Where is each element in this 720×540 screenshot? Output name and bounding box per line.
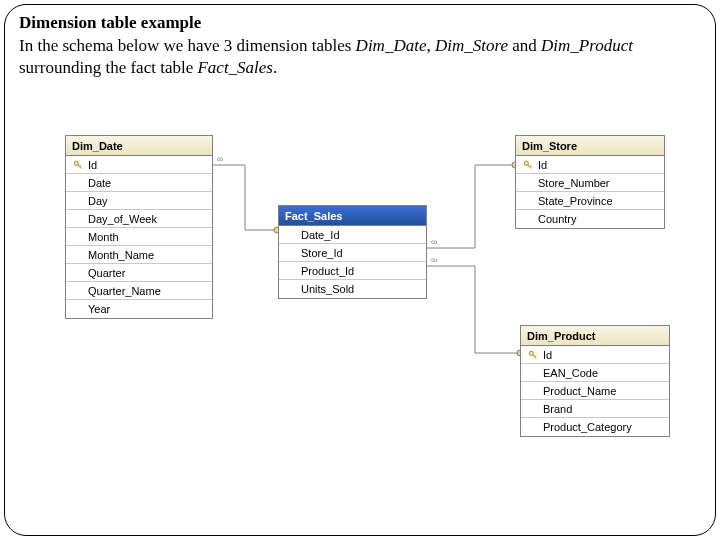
schema-diagram: ∞ ∞ ∞ Dim_Date IdDateDayDay_of_WeekMonth…: [35, 135, 695, 515]
table-dim-date: Dim_Date IdDateDayDay_of_WeekMonthMonth_…: [65, 135, 213, 319]
field-name: Product_Name: [541, 385, 616, 397]
table-fact-sales: Fact_Sales Date_IdStore_IdProduct_IdUnit…: [278, 205, 427, 299]
field-row: Month_Name: [66, 246, 212, 264]
field-name: Date: [86, 177, 111, 189]
table-body: IdDateDayDay_of_WeekMonthMonth_NameQuart…: [66, 156, 212, 318]
field-name: Id: [536, 159, 547, 171]
field-name: Id: [86, 159, 97, 171]
intro-text: In the schema below we have 3 dimension …: [19, 35, 701, 79]
intro-term: Dim_Product: [541, 36, 633, 55]
field-name: Month_Name: [86, 249, 154, 261]
field-row: Id: [66, 156, 212, 174]
field-name: Date_Id: [299, 229, 340, 241]
field-name: Day: [86, 195, 108, 207]
intro-part: surrounding the fact table: [19, 58, 197, 77]
field-row: Day: [66, 192, 212, 210]
field-row: EAN_Code: [521, 364, 669, 382]
table-header: Dim_Store: [516, 136, 664, 156]
field-name: Country: [536, 213, 577, 225]
field-name: EAN_Code: [541, 367, 598, 379]
intro-part: ,: [426, 36, 435, 55]
field-row: Product_Id: [279, 262, 426, 280]
svg-text:∞: ∞: [431, 237, 437, 247]
field-name: Store_Id: [299, 247, 343, 259]
table-body: Date_IdStore_IdProduct_IdUnits_Sold: [279, 226, 426, 298]
field-row: Id: [521, 346, 669, 364]
primary-key-icon: [525, 350, 541, 360]
field-name: Brand: [541, 403, 572, 415]
field-row: Store_Id: [279, 244, 426, 262]
field-row: Store_Number: [516, 174, 664, 192]
table-header: Dim_Date: [66, 136, 212, 156]
svg-line-14: [535, 355, 537, 357]
table-header: Dim_Product: [521, 326, 669, 346]
field-row: Quarter_Name: [66, 282, 212, 300]
intro-part: and: [508, 36, 541, 55]
field-name: Product_Id: [299, 265, 354, 277]
field-row: Units_Sold: [279, 280, 426, 298]
field-name: Product_Category: [541, 421, 632, 433]
table-body: IdEAN_CodeProduct_NameBrandProduct_Categ…: [521, 346, 669, 436]
intro-term: Dim_Date: [356, 36, 427, 55]
field-row: Year: [66, 300, 212, 318]
intro-term: Dim_Store: [435, 36, 508, 55]
intro-part: .: [273, 58, 277, 77]
field-row: Brand: [521, 400, 669, 418]
table-header: Fact_Sales: [279, 206, 426, 226]
primary-key-icon: [520, 160, 536, 170]
field-name: Quarter_Name: [86, 285, 161, 297]
intro-term: Fact_Sales: [197, 58, 273, 77]
field-row: Date_Id: [279, 226, 426, 244]
svg-text:∞: ∞: [217, 154, 223, 164]
svg-line-11: [530, 165, 532, 167]
field-name: State_Province: [536, 195, 613, 207]
svg-text:∞: ∞: [431, 255, 437, 265]
intro-part: In the schema below we have 3 dimension …: [19, 36, 356, 55]
table-body: IdStore_NumberState_ProvinceCountry: [516, 156, 664, 228]
field-name: Day_of_Week: [86, 213, 157, 225]
field-row: Date: [66, 174, 212, 192]
field-name: Month: [86, 231, 119, 243]
field-name: Year: [86, 303, 110, 315]
field-row: Product_Name: [521, 382, 669, 400]
field-name: Store_Number: [536, 177, 610, 189]
field-row: Month: [66, 228, 212, 246]
field-name: Id: [541, 349, 552, 361]
field-row: Day_of_Week: [66, 210, 212, 228]
primary-key-icon: [70, 160, 86, 170]
field-name: Units_Sold: [299, 283, 354, 295]
table-dim-product: Dim_Product IdEAN_CodeProduct_NameBrandP…: [520, 325, 670, 437]
svg-line-8: [80, 165, 82, 167]
page-frame: Dimension table example In the schema be…: [4, 4, 716, 536]
heading: Dimension table example: [19, 13, 701, 33]
field-row: Product_Category: [521, 418, 669, 436]
table-dim-store: Dim_Store IdStore_NumberState_ProvinceCo…: [515, 135, 665, 229]
field-row: Country: [516, 210, 664, 228]
field-name: Quarter: [86, 267, 125, 279]
field-row: Id: [516, 156, 664, 174]
field-row: State_Province: [516, 192, 664, 210]
field-row: Quarter: [66, 264, 212, 282]
